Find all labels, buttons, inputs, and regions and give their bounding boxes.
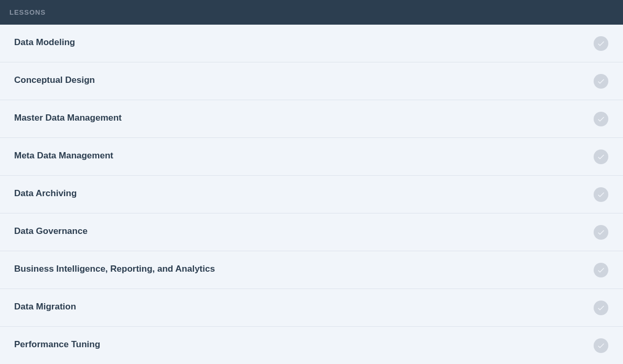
check-circle-icon [594, 74, 608, 89]
lesson-item[interactable]: Data Migration [0, 289, 623, 327]
check-circle-icon [594, 112, 608, 126]
lesson-item[interactable]: Data Governance [0, 213, 623, 251]
lesson-title: Data Modeling [14, 37, 75, 48]
check-circle-icon [594, 187, 608, 202]
lesson-title: Conceptual Design [14, 74, 95, 86]
lesson-item[interactable]: Data Archiving [0, 176, 623, 213]
check-circle-icon [594, 149, 608, 164]
lesson-item[interactable]: Master Data Management [0, 100, 623, 138]
check-circle-icon [594, 36, 608, 51]
lesson-title: Data Governance [14, 226, 88, 237]
lessons-header: LESSONS [0, 0, 623, 25]
lesson-item[interactable]: Data Modeling [0, 25, 623, 62]
lesson-item[interactable]: Performance Tuning [0, 327, 623, 364]
check-circle-icon [594, 263, 608, 277]
lesson-title: Master Data Management [14, 112, 122, 124]
lesson-title: Data Archiving [14, 188, 77, 199]
lessons-list: Data Modeling Conceptual Design Master D… [0, 25, 623, 364]
check-circle-icon [594, 225, 608, 240]
lesson-title: Business Intelligence, Reporting, and An… [14, 263, 215, 275]
lesson-item[interactable]: Conceptual Design [0, 62, 623, 100]
lessons-header-title: LESSONS [9, 8, 46, 16]
lesson-title: Performance Tuning [14, 339, 100, 350]
lesson-item[interactable]: Meta Data Management [0, 138, 623, 176]
lesson-title: Data Migration [14, 301, 76, 313]
lesson-item[interactable]: Business Intelligence, Reporting, and An… [0, 251, 623, 289]
check-circle-icon [594, 301, 608, 315]
check-circle-icon [594, 338, 608, 353]
lesson-title: Meta Data Management [14, 150, 113, 162]
